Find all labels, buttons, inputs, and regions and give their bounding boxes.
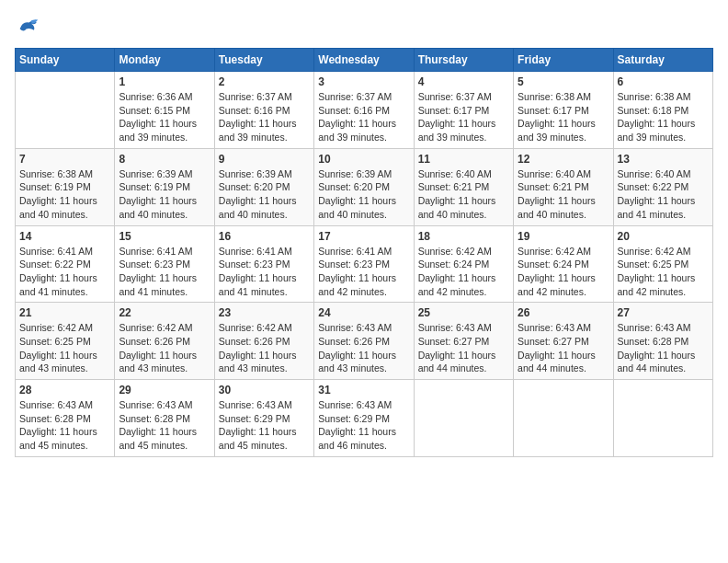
calendar-cell: 9Sunrise: 6:39 AMSunset: 6:20 PMDaylight… xyxy=(214,148,313,225)
day-number: 19 xyxy=(518,230,609,243)
day-number: 22 xyxy=(119,306,210,319)
day-info: Sunrise: 6:38 AMSunset: 6:17 PMDaylight:… xyxy=(518,90,609,144)
day-number: 3 xyxy=(318,75,409,88)
day-info: Sunrise: 6:38 AMSunset: 6:18 PMDaylight:… xyxy=(618,90,709,144)
day-info: Sunrise: 6:37 AMSunset: 6:17 PMDaylight:… xyxy=(418,90,509,144)
calendar-cell: 29Sunrise: 6:43 AMSunset: 6:28 PMDayligh… xyxy=(115,380,214,457)
calendar-cell: 31Sunrise: 6:43 AMSunset: 6:29 PMDayligh… xyxy=(314,380,414,457)
calendar-cell: 10Sunrise: 6:39 AMSunset: 6:20 PMDayligh… xyxy=(314,148,414,225)
header-sunday: Sunday xyxy=(16,49,115,72)
calendar-cell: 1Sunrise: 6:36 AMSunset: 6:15 PMDaylight… xyxy=(115,72,214,149)
day-info: Sunrise: 6:39 AMSunset: 6:20 PMDaylight:… xyxy=(318,167,409,222)
calendar-cell: 11Sunrise: 6:40 AMSunset: 6:21 PMDayligh… xyxy=(414,148,513,225)
day-number: 30 xyxy=(219,384,310,396)
day-info: Sunrise: 6:39 AMSunset: 6:20 PMDaylight:… xyxy=(219,167,310,222)
day-number: 21 xyxy=(19,306,110,319)
day-info: Sunrise: 6:43 AMSunset: 6:29 PMDaylight:… xyxy=(219,398,310,453)
day-info: Sunrise: 6:40 AMSunset: 6:21 PMDaylight:… xyxy=(518,167,609,222)
day-number: 20 xyxy=(618,230,709,243)
day-number: 14 xyxy=(19,230,110,243)
calendar-body: 1Sunrise: 6:36 AMSunset: 6:15 PMDaylight… xyxy=(16,72,713,457)
page-header xyxy=(15,15,713,40)
day-info: Sunrise: 6:37 AMSunset: 6:16 PMDaylight:… xyxy=(219,90,310,144)
day-info: Sunrise: 6:43 AMSunset: 6:27 PMDaylight:… xyxy=(418,321,509,375)
day-number: 4 xyxy=(418,75,509,88)
header-monday: Monday xyxy=(115,49,214,72)
day-number: 16 xyxy=(219,230,310,243)
calendar-cell: 5Sunrise: 6:38 AMSunset: 6:17 PMDaylight… xyxy=(514,72,613,149)
calendar-cell: 18Sunrise: 6:42 AMSunset: 6:24 PMDayligh… xyxy=(414,225,513,303)
header-row: SundayMondayTuesdayWednesdayThursdayFrid… xyxy=(16,49,713,72)
day-number: 17 xyxy=(318,230,409,243)
day-number: 26 xyxy=(518,306,609,319)
calendar-week-4: 21Sunrise: 6:42 AMSunset: 6:25 PMDayligh… xyxy=(16,303,713,380)
day-number: 10 xyxy=(318,153,409,166)
calendar-cell: 14Sunrise: 6:41 AMSunset: 6:22 PMDayligh… xyxy=(16,225,115,303)
day-number: 2 xyxy=(219,75,310,88)
day-number: 25 xyxy=(418,306,509,319)
calendar-cell: 28Sunrise: 6:43 AMSunset: 6:28 PMDayligh… xyxy=(16,380,115,457)
day-info: Sunrise: 6:43 AMSunset: 6:27 PMDaylight:… xyxy=(518,321,609,375)
day-info: Sunrise: 6:43 AMSunset: 6:28 PMDaylight:… xyxy=(19,398,110,453)
day-info: Sunrise: 6:42 AMSunset: 6:25 PMDaylight:… xyxy=(618,245,709,299)
day-info: Sunrise: 6:42 AMSunset: 6:25 PMDaylight:… xyxy=(19,321,110,375)
calendar-week-1: 1Sunrise: 6:36 AMSunset: 6:15 PMDaylight… xyxy=(16,72,713,149)
day-number: 23 xyxy=(219,306,310,319)
calendar-cell: 30Sunrise: 6:43 AMSunset: 6:29 PMDayligh… xyxy=(214,380,313,457)
calendar-cell xyxy=(613,380,712,457)
day-info: Sunrise: 6:43 AMSunset: 6:26 PMDaylight:… xyxy=(318,321,409,375)
calendar-cell: 25Sunrise: 6:43 AMSunset: 6:27 PMDayligh… xyxy=(414,303,513,380)
header-friday: Friday xyxy=(514,49,613,72)
calendar-header: SundayMondayTuesdayWednesdayThursdayFrid… xyxy=(16,49,713,72)
calendar-cell: 19Sunrise: 6:42 AMSunset: 6:24 PMDayligh… xyxy=(514,225,613,303)
calendar-cell: 4Sunrise: 6:37 AMSunset: 6:17 PMDaylight… xyxy=(414,72,513,149)
day-number: 31 xyxy=(318,384,409,396)
day-info: Sunrise: 6:43 AMSunset: 6:29 PMDaylight:… xyxy=(318,398,409,453)
day-number: 6 xyxy=(618,75,709,88)
calendar-cell xyxy=(414,380,513,457)
day-number: 5 xyxy=(518,75,609,88)
day-number: 9 xyxy=(219,153,310,166)
day-info: Sunrise: 6:41 AMSunset: 6:23 PMDaylight:… xyxy=(219,245,310,299)
calendar-cell: 2Sunrise: 6:37 AMSunset: 6:16 PMDaylight… xyxy=(214,72,313,149)
header-tuesday: Tuesday xyxy=(214,49,313,72)
day-number: 8 xyxy=(119,153,210,166)
calendar-cell: 8Sunrise: 6:39 AMSunset: 6:19 PMDaylight… xyxy=(115,148,214,225)
day-info: Sunrise: 6:39 AMSunset: 6:19 PMDaylight:… xyxy=(119,167,210,222)
day-info: Sunrise: 6:40 AMSunset: 6:22 PMDaylight:… xyxy=(618,167,709,222)
calendar-week-2: 7Sunrise: 6:38 AMSunset: 6:19 PMDaylight… xyxy=(16,148,713,225)
day-info: Sunrise: 6:43 AMSunset: 6:28 PMDaylight:… xyxy=(119,398,210,453)
day-info: Sunrise: 6:40 AMSunset: 6:21 PMDaylight:… xyxy=(418,167,509,222)
header-wednesday: Wednesday xyxy=(314,49,414,72)
calendar-table: SundayMondayTuesdayWednesdayThursdayFrid… xyxy=(15,48,713,457)
day-number: 13 xyxy=(618,153,709,166)
calendar-cell: 20Sunrise: 6:42 AMSunset: 6:25 PMDayligh… xyxy=(613,225,712,303)
day-number: 29 xyxy=(119,384,210,396)
calendar-cell xyxy=(514,380,613,457)
calendar-cell: 26Sunrise: 6:43 AMSunset: 6:27 PMDayligh… xyxy=(514,303,613,380)
day-info: Sunrise: 6:41 AMSunset: 6:23 PMDaylight:… xyxy=(318,245,409,299)
header-saturday: Saturday xyxy=(613,49,712,72)
calendar-cell: 23Sunrise: 6:42 AMSunset: 6:26 PMDayligh… xyxy=(214,303,313,380)
logo-bird-icon xyxy=(15,15,40,40)
day-info: Sunrise: 6:42 AMSunset: 6:26 PMDaylight:… xyxy=(219,321,310,375)
logo xyxy=(15,15,44,40)
day-number: 15 xyxy=(119,230,210,243)
day-info: Sunrise: 6:37 AMSunset: 6:16 PMDaylight:… xyxy=(318,90,409,144)
calendar-cell: 12Sunrise: 6:40 AMSunset: 6:21 PMDayligh… xyxy=(514,148,613,225)
calendar-cell: 7Sunrise: 6:38 AMSunset: 6:19 PMDaylight… xyxy=(16,148,115,225)
day-number: 18 xyxy=(418,230,509,243)
day-number: 24 xyxy=(318,306,409,319)
day-number: 27 xyxy=(618,306,709,319)
calendar-cell: 13Sunrise: 6:40 AMSunset: 6:22 PMDayligh… xyxy=(613,148,712,225)
day-info: Sunrise: 6:42 AMSunset: 6:24 PMDaylight:… xyxy=(418,245,509,299)
calendar-week-3: 14Sunrise: 6:41 AMSunset: 6:22 PMDayligh… xyxy=(16,225,713,303)
calendar-cell: 15Sunrise: 6:41 AMSunset: 6:23 PMDayligh… xyxy=(115,225,214,303)
calendar-cell: 3Sunrise: 6:37 AMSunset: 6:16 PMDaylight… xyxy=(314,72,414,149)
day-number: 11 xyxy=(418,153,509,166)
calendar-cell: 6Sunrise: 6:38 AMSunset: 6:18 PMDaylight… xyxy=(613,72,712,149)
day-info: Sunrise: 6:42 AMSunset: 6:24 PMDaylight:… xyxy=(518,245,609,299)
calendar-cell: 21Sunrise: 6:42 AMSunset: 6:25 PMDayligh… xyxy=(16,303,115,380)
day-info: Sunrise: 6:41 AMSunset: 6:22 PMDaylight:… xyxy=(19,245,110,299)
day-info: Sunrise: 6:41 AMSunset: 6:23 PMDaylight:… xyxy=(119,245,210,299)
